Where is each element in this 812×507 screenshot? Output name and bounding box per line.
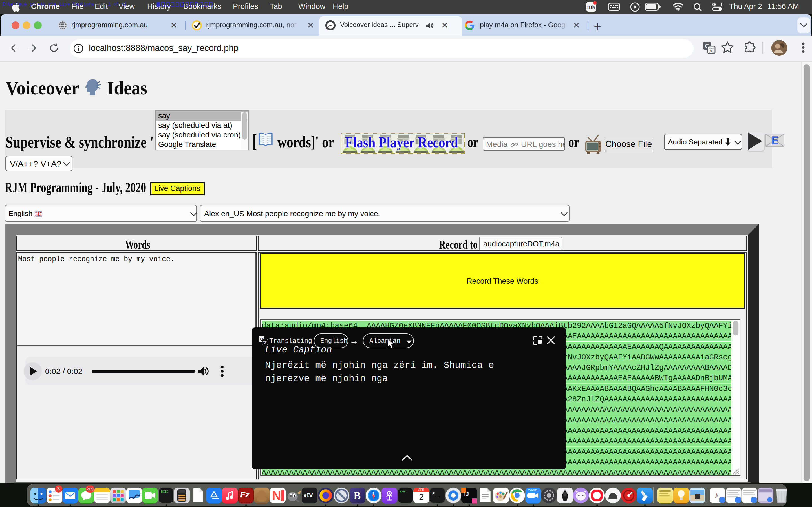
svg-text:文: 文: [263, 340, 267, 345]
svg-text:E: E: [771, 135, 778, 147]
svg-text:文: 文: [709, 47, 714, 53]
